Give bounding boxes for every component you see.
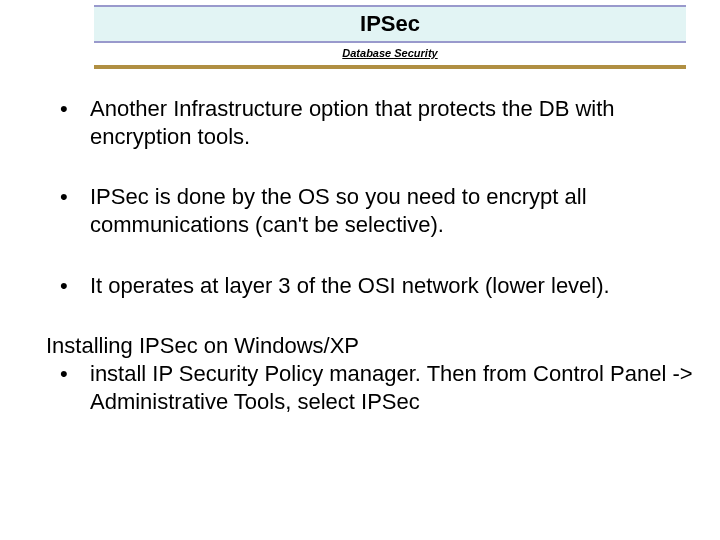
slide-body: Another Infrastructure option that prote… [0,95,720,416]
section-paragraph: Installing IPSec on Windows/XP [46,332,700,360]
list-item: IPSec is done by the OS so you need to e… [46,183,700,239]
slide: IPSec Database Security Another Infrastr… [0,5,720,540]
subtitle-row: Database Security [94,43,686,69]
sub-bullet-list: install IP Security Policy manager. Then… [46,360,700,416]
title-band: IPSec [94,5,686,43]
list-item: It operates at layer 3 of the OSI networ… [46,272,700,300]
slide-subtitle: Database Security [342,47,437,59]
bullet-text: install IP Security Policy manager. Then… [90,361,693,414]
bullet-text: It operates at layer 3 of the OSI networ… [90,273,610,298]
main-bullet-list: Another Infrastructure option that prote… [46,95,700,300]
slide-title: IPSec [360,11,420,36]
list-item: install IP Security Policy manager. Then… [46,360,700,416]
bullet-text: Another Infrastructure option that prote… [90,96,615,149]
list-item: Another Infrastructure option that prote… [46,95,700,151]
bullet-text: IPSec is done by the OS so you need to e… [90,184,587,237]
